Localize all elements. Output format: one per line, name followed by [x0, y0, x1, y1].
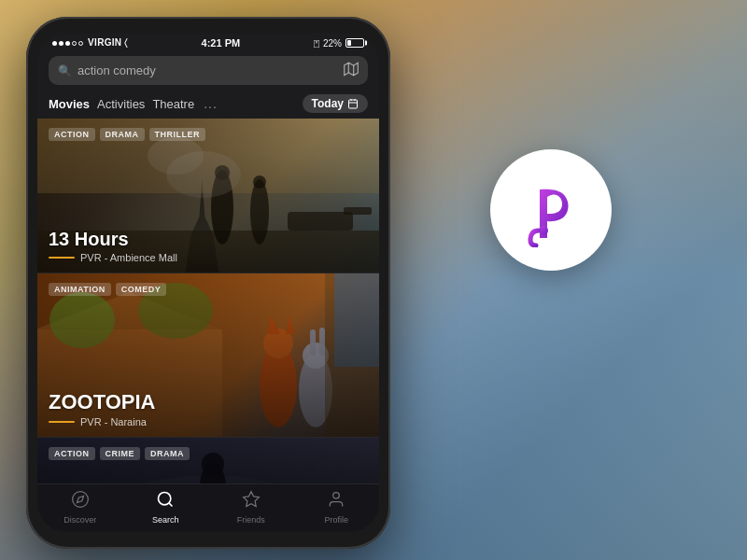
- tab-theatre[interactable]: Theatre: [152, 95, 202, 113]
- today-button[interactable]: Today: [303, 94, 368, 113]
- svg-point-42: [333, 493, 340, 499]
- card-line-1: [49, 257, 75, 259]
- search-nav-label: Search: [152, 515, 179, 525]
- battery-icon: [345, 38, 364, 48]
- tag-crime: CRIME: [100, 447, 141, 460]
- nav-profile[interactable]: Profile: [294, 490, 380, 525]
- movie-1-title: 13 Hours: [49, 229, 368, 250]
- movie-2-tags: ANIMATION COMEDY: [49, 283, 166, 296]
- friends-icon: [242, 490, 261, 513]
- svg-point-37: [72, 492, 88, 508]
- tag-action2: ACTION: [49, 447, 95, 460]
- discover-icon: [71, 490, 90, 513]
- filter-tabs: Movies Activities Theatre ... Today: [37, 91, 379, 119]
- filter-more[interactable]: ...: [204, 96, 218, 111]
- tag-drama2: DRAMA: [145, 447, 190, 460]
- profile-icon: [327, 490, 345, 513]
- friends-label: Friends: [237, 515, 265, 525]
- search-area: 🔍 action comedy: [37, 50, 379, 91]
- movie-card-13hours[interactable]: ACTION DRAMA THRILLER 13 Hours PVR - Amb…: [37, 119, 379, 273]
- signal-dot-1: [52, 41, 57, 46]
- movie-card-3[interactable]: ACTION CRIME DRAMA: [37, 438, 379, 483]
- svg-marker-38: [77, 496, 83, 502]
- card-line-2: [49, 421, 75, 423]
- tab-movies[interactable]: Movies: [49, 95, 97, 113]
- bottom-nav: Discover Search Friends: [37, 483, 379, 532]
- nav-friends[interactable]: Friends: [208, 490, 294, 525]
- bluetooth-icon: ⍞: [314, 38, 319, 49]
- carrier-name: VIRGIN: [88, 37, 121, 48]
- movie-1-tags: ACTION DRAMA THRILLER: [49, 128, 205, 141]
- svg-marker-0: [345, 63, 359, 75]
- search-input[interactable]: action comedy: [78, 63, 338, 77]
- phone-screen: VIRGIN 〈 4:21 PM ⍞ 22% 🔍 action comedy: [37, 34, 379, 532]
- status-bar: VIRGIN 〈 4:21 PM ⍞ 22%: [37, 34, 379, 50]
- movie-2-subtitle: PVR - Naraina: [49, 416, 368, 427]
- movie-card-zootopia[interactable]: ANIMATION COMEDY ZOOTOPIA PVR - Naraina: [37, 273, 379, 437]
- movie-2-venue: PVR - Naraina: [80, 416, 147, 427]
- status-carrier: VIRGIN 〈: [52, 37, 128, 49]
- svg-point-39: [159, 493, 171, 505]
- map-icon[interactable]: [344, 62, 359, 79]
- search-bar[interactable]: 🔍 action comedy: [49, 56, 368, 85]
- svg-marker-41: [243, 492, 259, 507]
- status-right: ⍞ 22%: [314, 38, 364, 49]
- tag-thriller: THRILLER: [149, 128, 206, 141]
- nav-search[interactable]: Search: [123, 490, 209, 525]
- movie-3-tags: ACTION CRIME DRAMA: [49, 447, 190, 460]
- tag-animation: ANIMATION: [49, 283, 111, 296]
- signal-dot-2: [59, 41, 63, 46]
- search-nav-icon: [156, 490, 175, 513]
- signal-dots: [52, 41, 83, 46]
- tab-activities[interactable]: Activities: [97, 95, 152, 113]
- nav-discover[interactable]: Discover: [37, 490, 123, 525]
- signal-dot-5: [78, 41, 83, 46]
- movie-2-title: ZOOTOPIA: [49, 390, 368, 414]
- tag-drama: DRAMA: [100, 128, 145, 141]
- movie-1-subtitle: PVR - Ambience Mall: [49, 252, 368, 263]
- phone-frame: VIRGIN 〈 4:21 PM ⍞ 22% 🔍 action comedy: [26, 17, 390, 549]
- tag-action: ACTION: [49, 128, 95, 141]
- battery-percent: 22%: [323, 38, 342, 49]
- content-area: ACTION DRAMA THRILLER 13 Hours PVR - Amb…: [37, 119, 379, 483]
- search-icon: 🔍: [58, 64, 72, 77]
- status-time: 4:21 PM: [202, 37, 241, 49]
- today-label: Today: [312, 97, 344, 110]
- signal-dot-3: [65, 41, 70, 46]
- profile-label: Profile: [324, 515, 348, 525]
- svg-rect-3: [349, 100, 358, 108]
- movie-1-info: 13 Hours PVR - Ambience Mall: [49, 229, 368, 263]
- movie-1-venue: PVR - Ambience Mall: [80, 252, 177, 263]
- tag-comedy: COMEDY: [116, 283, 167, 296]
- p-logo: [490, 149, 612, 271]
- battery-fill: [347, 40, 351, 46]
- svg-line-40: [169, 503, 173, 507]
- movie-2-info: ZOOTOPIA PVR - Naraina: [49, 390, 368, 427]
- card-overlay-3: [37, 438, 379, 483]
- discover-label: Discover: [63, 515, 96, 525]
- signal-dot-4: [72, 41, 77, 46]
